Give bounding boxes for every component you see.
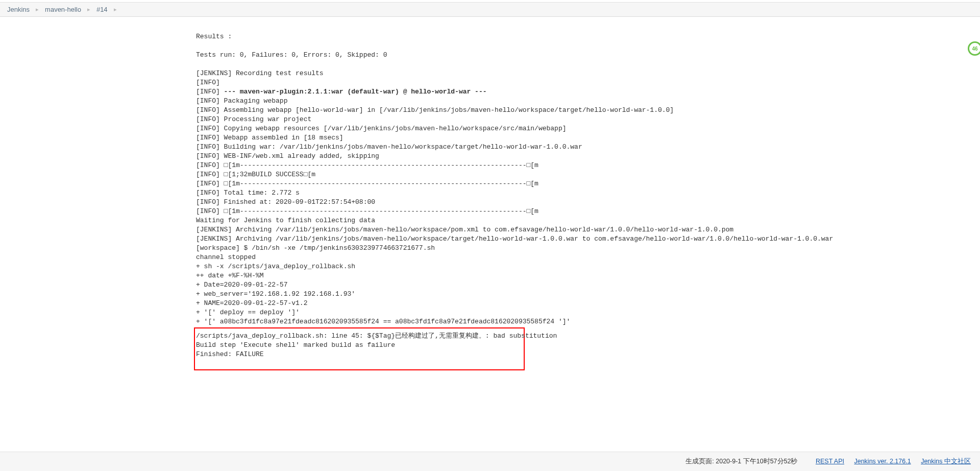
breadcrumb-sep-icon: ▸ [36,6,39,13]
breadcrumb: Jenkins ▸ maven-hello ▸ #14 ▸ [0,2,980,17]
breadcrumb-job[interactable]: maven-hello [45,6,81,13]
footer-community-link[interactable]: Jenkins 中文社区 [921,458,971,465]
console-scroll[interactable]: Results : Tests run: 0, Failures: 0, Err… [0,17,980,452]
footer-generated: 生成页面: 2020-9-1 下午10时57分52秒 [685,458,797,465]
footer-version-link[interactable]: Jenkins ver. 2.176.1 [854,458,911,465]
page-footer: 生成页面: 2020-9-1 下午10时57分52秒 REST API Jenk… [0,452,980,471]
footer-rest-api-link[interactable]: REST API [816,458,844,465]
console-output: Results : Tests run: 0, Failures: 0, Err… [196,17,980,326]
breadcrumb-sep-icon: ▸ [87,6,90,13]
error-highlight-box: /scripts/java_deploy_rollback.sh: line 4… [194,327,525,370]
breadcrumb-build[interactable]: #14 [96,6,108,13]
breadcrumb-sep-icon: ▸ [114,6,117,13]
breadcrumb-jenkins[interactable]: Jenkins [7,6,30,13]
build-queue-badge[interactable]: 46 [968,41,980,56]
console-error-output: /scripts/java_deploy_rollback.sh: line 4… [196,332,523,359]
